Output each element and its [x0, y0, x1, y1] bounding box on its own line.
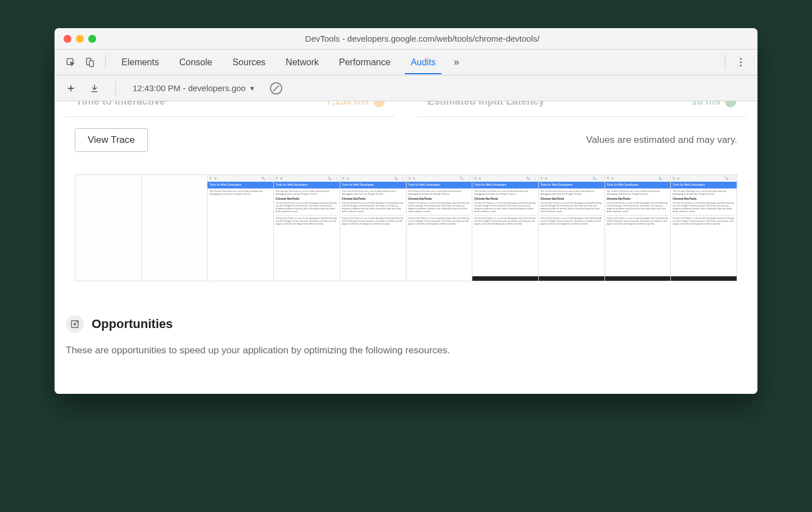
tab-performance[interactable]: Performance	[329, 51, 401, 74]
dropdown-caret-icon: ▼	[249, 85, 255, 92]
filmstrip-frame: ☰ ⚙🔍 ··· ⋮Tools for Web DevelopersThe Ch…	[274, 175, 340, 281]
tab-overflow-button[interactable]: »	[446, 52, 467, 73]
devtools-tabbar: Elements Console Sources Network Perform…	[55, 50, 757, 75]
traffic-lights	[64, 35, 96, 43]
tab-elements[interactable]: Elements	[111, 51, 169, 74]
filmstrip-frame: ☰ ⚙🔍 ··· ⋮Tools for Web DevelopersThe Ch…	[340, 175, 407, 281]
separator	[105, 55, 106, 70]
filmstrip-frame: ☰ ⚙🔍 ··· ⋮Tools for Web DevelopersThe Ch…	[671, 175, 737, 281]
metric-time-to-interactive: Time to Interactive 7,130 ms	[66, 101, 395, 117]
filmstrip-frame: ☰ ⚙🔍 ··· ⋮Tools for Web DevelopersThe Ch…	[539, 175, 605, 281]
toggle-device-toolbar-icon[interactable]	[80, 54, 100, 71]
filmstrip-frame: ☰ ⚙🔍 ··· ⋮Tools for Web DevelopersThe Ch…	[472, 175, 539, 281]
opportunities-icon	[66, 315, 84, 333]
metric-value: 16 ms	[692, 101, 736, 107]
metric-estimated-input-latency: Estimated Input Latency 16 ms	[417, 101, 746, 117]
close-window-button[interactable]	[64, 35, 71, 43]
new-audit-button[interactable]	[62, 81, 79, 96]
devtools-window: DevTools - developers.google.com/web/too…	[55, 28, 757, 394]
opportunities-description: These are opportunities to speed up your…	[66, 343, 746, 358]
tab-audits[interactable]: Audits	[400, 51, 445, 74]
metrics-row: Time to Interactive 7,130 ms Estimated I…	[55, 101, 757, 117]
minimize-window-button[interactable]	[76, 35, 84, 43]
separator	[115, 81, 116, 96]
opportunities-header: Opportunities	[66, 315, 746, 333]
filmstrip-frame: ☰ ⚙🔍 ··· ⋮Tools for Web DevelopersThe Ch…	[207, 175, 274, 281]
status-average-icon	[373, 101, 385, 107]
inspect-element-icon[interactable]	[61, 54, 80, 71]
filmstrip-frame: ☰ ⚙🔍 ··· ⋮Tools for Web DevelopersThe Ch…	[407, 175, 473, 281]
clear-audits-button[interactable]	[270, 82, 282, 95]
estimate-note: Values are estimated and may vary.	[586, 134, 737, 146]
trace-row: View Trace Values are estimated and may …	[55, 117, 757, 158]
tab-network[interactable]: Network	[276, 51, 329, 74]
opportunities-section: Opportunities These are opportunities to…	[55, 304, 757, 380]
filmstrip-frame: ☰ ⚙🔍 ··· ⋮Tools for Web DevelopersThe Ch…	[605, 175, 671, 281]
svg-rect-2	[89, 61, 93, 67]
status-good-icon	[725, 101, 736, 107]
svg-point-4	[76, 321, 78, 322]
filmstrip-frame	[142, 175, 208, 281]
metric-label: Estimated Input Latency	[427, 101, 544, 107]
metric-label: Time to Interactive	[76, 101, 165, 107]
maximize-window-button[interactable]	[88, 35, 96, 43]
tab-sources[interactable]: Sources	[222, 51, 276, 74]
titlebar: DevTools - developers.google.com/web/too…	[55, 28, 757, 50]
download-report-button[interactable]	[86, 81, 103, 96]
view-trace-button[interactable]: View Trace	[75, 128, 148, 152]
separator	[725, 55, 725, 70]
audit-run-label: 12:43:00 PM - developers.goo	[133, 83, 246, 93]
tab-console[interactable]: Console	[169, 51, 223, 74]
window-title: DevTools - developers.google.com/web/too…	[96, 34, 748, 43]
audits-toolbar: 12:43:00 PM - developers.goo ▼	[55, 75, 757, 101]
opportunities-title: Opportunities	[92, 317, 173, 331]
metric-value: 7,130 ms	[326, 101, 385, 107]
filmstrip-frame	[75, 175, 142, 281]
audit-run-selector[interactable]: 12:43:00 PM - developers.goo ▼	[128, 81, 260, 95]
more-options-button[interactable]	[731, 52, 751, 72]
audits-content: Time to Interactive 7,130 ms Estimated I…	[55, 101, 757, 394]
filmstrip: ☰ ⚙🔍 ··· ⋮Tools for Web DevelopersThe Ch…	[75, 174, 737, 281]
